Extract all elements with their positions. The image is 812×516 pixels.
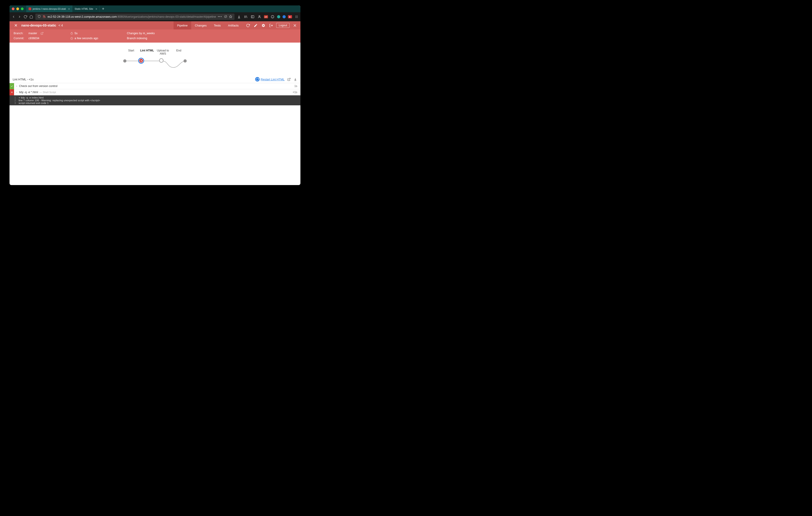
pipeline-header: nano-devops-03-static < 4 Pipeline Chang… — [9, 21, 300, 29]
duration-value: 5s — [75, 32, 78, 35]
zoom-window[interactable] — [21, 7, 24, 10]
tab-tests[interactable]: Tests — [210, 21, 224, 29]
rerun-icon[interactable] — [245, 23, 250, 28]
sidebar-icon[interactable] — [250, 14, 255, 19]
bookmark-star-icon[interactable] — [229, 15, 232, 19]
forward-button[interactable] — [18, 14, 21, 20]
edit-icon[interactable] — [253, 23, 258, 28]
library-icon[interactable] — [243, 14, 248, 19]
svg-point-23 — [297, 18, 298, 18]
pipeline-title: nano-devops-03-static — [21, 24, 56, 27]
step-name: Check out from version control — [19, 85, 291, 88]
svg-point-11 — [259, 16, 260, 17]
extension-green[interactable] — [277, 15, 280, 18]
pipeline-graph: Start Lint HTML Upload to AWS End — [9, 42, 300, 75]
tab-strip: jenkins / nano-devops-03-stati × Static … — [26, 5, 298, 12]
protection-icon[interactable] — [224, 15, 227, 19]
close-tab-icon[interactable]: × — [68, 7, 70, 11]
titlebar: jenkins / nano-devops-03-stati × Static … — [9, 5, 300, 12]
step-time: 1s — [291, 85, 300, 88]
console-output: 1+ tidy -q -e index.html 2line 7 column … — [9, 95, 300, 105]
stage-label-upload: Upload to AWS — [155, 49, 171, 55]
run-nav[interactable]: < 4 — [58, 24, 63, 27]
line-number: 2 — [9, 99, 19, 102]
minimize-window[interactable] — [16, 7, 19, 10]
tab-artifacts[interactable]: Artifacts — [224, 21, 242, 29]
stage-node-lint[interactable] — [138, 58, 144, 64]
close-run-button[interactable] — [13, 22, 19, 29]
svg-point-16 — [296, 16, 297, 16]
svg-point-15 — [295, 16, 296, 16]
step-row-checkout[interactable]: Check out from version control 1s — [9, 83, 300, 89]
tab-pipeline[interactable]: Pipeline — [174, 21, 191, 29]
expand-icon[interactable] — [14, 85, 19, 87]
steps-header: Lint HTML - <1s Restart Lint HTML — [9, 75, 300, 83]
more-icon[interactable]: ••• — [218, 15, 222, 18]
toolbar-right: uO ▶ — [237, 14, 300, 19]
edge — [144, 61, 160, 61]
back-button[interactable] — [12, 14, 16, 20]
open-external-icon[interactable] — [287, 77, 291, 81]
new-tab-button[interactable]: + — [100, 5, 107, 12]
line-number: 1 — [9, 96, 19, 99]
extension-blue[interactable] — [283, 15, 286, 18]
svg-line-32 — [42, 32, 43, 33]
exit-icon[interactable] — [268, 23, 273, 28]
svg-marker-4 — [229, 15, 232, 18]
logout-button[interactable]: Logout — [276, 23, 290, 28]
collapse-icon[interactable] — [14, 91, 19, 94]
stage-label-end: End — [171, 49, 187, 55]
step-row-tidy[interactable]: tidy -q -e *.html— Shell Script <1s — [9, 89, 300, 95]
svg-point-17 — [297, 16, 298, 16]
console-line: line 7 column 106 - Warning: replacing u… — [19, 99, 300, 102]
stage-label-lint: Lint HTML — [139, 49, 155, 55]
branch-value[interactable]: master — [29, 32, 37, 35]
edge — [125, 61, 139, 61]
browser-window: jenkins / nano-devops-03-stati × Static … — [9, 5, 300, 185]
tab-title: Static HTML Site — [75, 7, 93, 10]
shield-icon[interactable] — [38, 15, 41, 19]
stopwatch-icon — [70, 32, 73, 35]
stage-node-end[interactable] — [183, 59, 187, 62]
url-bar[interactable]: ec2-52-24-38-118.us-west-2.compute.amazo… — [35, 13, 234, 20]
settings-icon[interactable] — [261, 23, 266, 28]
lock-strike-icon[interactable] — [42, 15, 46, 19]
svg-point-21 — [295, 18, 296, 18]
url-text: ec2-52-24-38-118.us-west-2.compute.amazo… — [48, 15, 216, 18]
step-name: tidy -q -e *.html— Shell Script — [19, 91, 290, 94]
commit-value: c936034 — [28, 37, 39, 40]
stage-node-upload[interactable] — [159, 58, 164, 63]
account-icon[interactable] — [257, 14, 262, 19]
line-number: 3 — [9, 102, 19, 104]
close-overlay-icon[interactable] — [292, 23, 297, 28]
window-controls — [12, 7, 24, 10]
close-window[interactable] — [12, 7, 14, 10]
svg-point-18 — [295, 17, 296, 17]
restart-icon — [255, 77, 260, 82]
steps-title: Lint HTML - <1s — [13, 78, 255, 81]
svg-line-39 — [289, 78, 290, 80]
home-button[interactable] — [29, 14, 33, 20]
close-tab-icon[interactable]: × — [95, 7, 97, 11]
stage-node-start[interactable] — [123, 59, 126, 62]
tab-title: jenkins / nano-devops-03-stati — [33, 7, 66, 10]
step-time: <1s — [290, 91, 300, 94]
extension-ublock[interactable]: uO — [264, 15, 268, 18]
extension-red[interactable]: ▶ — [288, 15, 292, 18]
external-link-icon[interactable] — [40, 32, 44, 35]
stage-label-start: Start — [123, 49, 139, 55]
edge-skip — [163, 61, 186, 70]
download-log-icon[interactable] — [293, 77, 297, 81]
svg-line-3 — [225, 16, 227, 17]
reload-button[interactable] — [24, 14, 27, 20]
console-line: + tidy -q -e index.html — [19, 96, 300, 99]
commit-label: Commit: — [13, 37, 24, 40]
restart-stage-link[interactable]: Restart Lint HTML — [255, 77, 285, 82]
tab-changes[interactable]: Changes — [191, 21, 210, 29]
browser-tab-jenkins[interactable]: jenkins / nano-devops-03-stati × — [26, 5, 72, 12]
step-status-ok — [9, 83, 14, 89]
browser-tab-static[interactable]: Static HTML Site × — [72, 5, 100, 12]
downloads-icon[interactable] — [237, 14, 241, 19]
extension-grid-icon[interactable] — [294, 14, 299, 19]
extension-info-icon[interactable] — [270, 14, 275, 19]
